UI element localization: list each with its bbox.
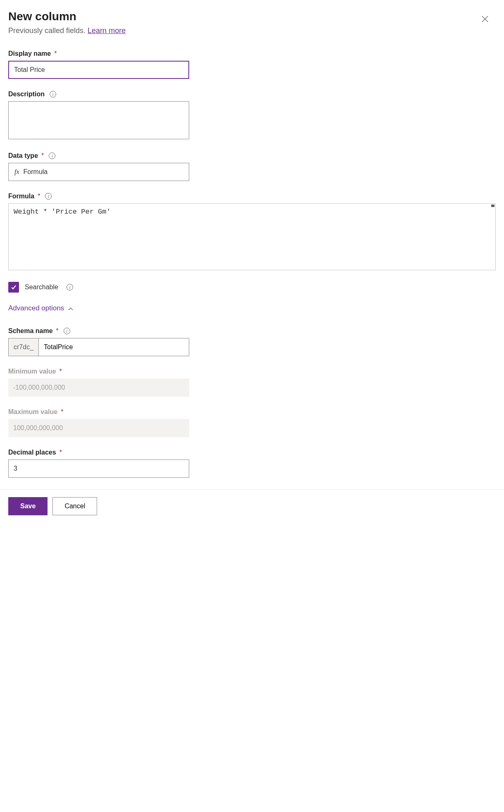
info-icon[interactable]: i <box>45 193 52 200</box>
description-label: Description i <box>8 90 496 98</box>
learn-more-link[interactable]: Learn more <box>88 26 126 35</box>
info-icon[interactable]: i <box>49 152 55 159</box>
subtitle-text: Previously called fields. <box>8 26 88 35</box>
display-name-input[interactable] <box>8 61 189 79</box>
searchable-label: Searchable <box>25 283 58 291</box>
display-name-label: Display name* <box>8 50 496 57</box>
required-indicator: * <box>41 152 44 160</box>
formula-label: Formula* i <box>8 193 496 200</box>
schema-name-label: Schema name* i <box>8 327 496 335</box>
max-value-label: Maximum value* <box>8 408 496 416</box>
close-button[interactable] <box>478 12 492 26</box>
panel-subtitle: Previously called fields. Learn more <box>8 26 496 35</box>
description-input[interactable] <box>8 101 189 139</box>
required-indicator: * <box>54 50 57 57</box>
required-indicator: * <box>59 368 62 375</box>
min-value-input <box>8 379 189 397</box>
formula-editor[interactable]: Weight * 'Price Per Gm' <box>8 203 496 270</box>
schema-name-input[interactable] <box>39 338 189 356</box>
info-icon[interactable]: i <box>67 284 73 291</box>
save-button[interactable]: Save <box>8 497 48 515</box>
min-value-label: Minimum value* <box>8 368 496 375</box>
chevron-down-icon <box>178 169 183 175</box>
panel-title: New column <box>8 10 76 23</box>
required-indicator: * <box>38 193 40 200</box>
advanced-options-toggle[interactable]: Advanced options <box>8 304 496 312</box>
schema-prefix: cr7dc_ <box>9 338 39 356</box>
data-type-select[interactable]: fx Formula <box>8 163 189 181</box>
required-indicator: * <box>61 408 63 416</box>
fx-icon: fx <box>14 168 19 176</box>
decimal-places-label: Decimal places* <box>8 449 496 456</box>
cancel-button[interactable]: Cancel <box>52 497 97 515</box>
info-icon[interactable]: i <box>64 328 70 334</box>
info-icon[interactable]: i <box>50 91 56 98</box>
required-indicator: * <box>59 449 62 456</box>
check-icon <box>10 284 17 291</box>
max-value-input <box>8 419 189 437</box>
chevron-up-icon <box>68 304 73 312</box>
data-type-value: Formula <box>24 168 48 176</box>
decimal-places-input[interactable] <box>8 460 189 478</box>
searchable-checkbox[interactable] <box>8 282 19 293</box>
formula-expression: Weight * 'Price Per Gm' <box>14 208 111 216</box>
close-icon <box>482 16 488 22</box>
data-type-label: Data type* i <box>8 152 496 160</box>
required-indicator: * <box>56 327 59 335</box>
